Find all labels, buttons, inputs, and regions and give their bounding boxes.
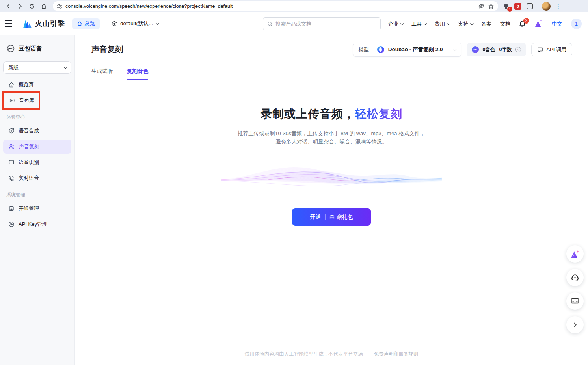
header-divider [104, 20, 104, 28]
voice-count: 0音色 [483, 47, 495, 53]
product-search[interactable] [263, 17, 381, 30]
link-docs[interactable]: 文档 [500, 20, 510, 28]
sidebar-item-api-key[interactable]: API Key管理 [3, 217, 71, 231]
asr-icon [8, 159, 15, 166]
sidebar-item-tts[interactable]: 语音合成 [3, 124, 71, 138]
model-label: 模型 [359, 46, 369, 53]
layers-icon [111, 20, 117, 27]
footer: 试用体验内容均由人工智能模型生成，不代表平台立场 免责声明和服务规则 [75, 351, 588, 358]
doubao-model-icon [377, 46, 384, 53]
search-icon [267, 21, 273, 27]
ai-volcano-icon [570, 250, 580, 258]
volcengine-logo[interactable]: 火山引擎 [22, 19, 65, 28]
extension-icon[interactable]: 1 [502, 2, 510, 10]
voice-clone-icon [8, 143, 15, 150]
site-info-icon[interactable] [57, 4, 62, 9]
bookmark-star-icon[interactable] [488, 3, 494, 9]
doubao-voice-icon [6, 44, 15, 53]
home-icon[interactable] [38, 1, 50, 11]
tab-divider [75, 83, 588, 83]
console-header: 火山引擎 总览 default(默认... 企业 工具 费用 支持 备案 文档 … [0, 12, 588, 35]
chevron-right-icon [572, 322, 578, 328]
extension-badge: 1 [507, 7, 512, 12]
tts-icon [8, 128, 15, 134]
model-value: Doubao - 声音复刻 2.0 [388, 46, 443, 53]
activation-icon [8, 205, 15, 212]
gift-icon [329, 214, 335, 220]
hero-description: 推荐上传或录制10-30s音频，上传支持小于 8M 的 wav、mp3、m4a … [75, 129, 588, 146]
tab-clone-voice[interactable]: 复刻音色 [127, 68, 148, 80]
forward-icon[interactable] [14, 1, 26, 11]
sidebar-group-experience: 体验中心 [0, 109, 74, 122]
eye-off-icon[interactable] [478, 3, 485, 9]
browser-profile-avatar[interactable] [542, 2, 551, 11]
user-avatar[interactable]: 1 [571, 19, 582, 29]
address-bar[interactable]: console.volcengine.com/speech/new/experi… [53, 1, 498, 11]
hero-accent-text: 轻松复刻 [355, 108, 402, 120]
sidebar-item-realtime-voice[interactable]: 实时语音 [3, 171, 71, 185]
quota-stats[interactable]: 0音色 0字数 ? [467, 43, 527, 56]
ai-assistant-float-button[interactable] [566, 245, 584, 263]
collapse-panel-button[interactable] [566, 316, 584, 333]
menu-support[interactable]: 支持 [458, 20, 473, 28]
documentation-button[interactable] [566, 292, 584, 310]
activate-label: 开通 [310, 214, 321, 221]
refresh-icon[interactable] [26, 1, 38, 11]
customer-service-button[interactable] [566, 269, 584, 286]
adblock-icon[interactable]: 0 [514, 2, 522, 10]
url-text: console.volcengine.com/speech/new/experi… [65, 4, 475, 9]
activate-button[interactable]: 开通 赠礼包 [292, 208, 371, 226]
headset-icon [571, 273, 579, 282]
notification-badge: 2 [523, 18, 529, 24]
chevron-down-icon [453, 47, 456, 50]
home-icon [8, 82, 15, 88]
main-content: 声音复刻 模型 Doubao - 声音复刻 2.0 0音色 0字数 ? API … [75, 35, 588, 365]
page-title: 声音复刻 [91, 44, 123, 55]
browser-menu-icon[interactable]: ⋮ [555, 3, 561, 10]
menu-enterprise[interactable]: 企业 [388, 20, 403, 28]
toolbar-divider [538, 3, 538, 9]
ai-assistant-icon[interactable] [534, 19, 543, 29]
overview-button[interactable]: 总览 [72, 18, 100, 29]
api-call-button[interactable]: API 调用 [531, 43, 572, 56]
sidebar-item-activation[interactable]: 开通管理 [3, 201, 71, 216]
tab-generate-audition[interactable]: 生成试听 [91, 68, 113, 80]
hero-title: 录制或上传音频，轻松复刻 [75, 106, 588, 122]
sidebar-item-overview[interactable]: 概览页 [3, 78, 71, 92]
footer-terms-link[interactable]: 免责声明和服务规则 [374, 351, 419, 358]
book-icon [571, 297, 579, 305]
project-selector[interactable]: default(默认... [111, 20, 158, 27]
search-input[interactable] [275, 21, 376, 27]
menu-tools[interactable]: 工具 [411, 20, 426, 28]
sidebar-item-asr[interactable]: 语音识别 [3, 155, 71, 169]
chevron-down-icon [156, 21, 159, 24]
version-selector[interactable]: 新版 [3, 61, 71, 74]
volcano-logo-icon [22, 19, 32, 28]
notification-bell-icon[interactable]: 2 [519, 20, 526, 28]
link-beian[interactable]: 备案 [481, 20, 491, 28]
chevron-down-icon [64, 65, 67, 69]
waveform-graphic [221, 158, 442, 197]
extensions-puzzle-icon[interactable] [526, 2, 534, 10]
char-count: 0字数 [499, 47, 512, 53]
model-selector[interactable]: 模型 Doubao - 声音复刻 2.0 [353, 43, 461, 57]
gift-label: 赠礼包 [337, 214, 353, 221]
back-icon[interactable] [2, 1, 14, 11]
api-chat-icon [537, 47, 543, 52]
quota-wave-icon [472, 46, 479, 53]
overview-home-icon [77, 21, 82, 26]
sidebar-item-voice-library[interactable]: 音色库 [3, 93, 71, 108]
browser-toolbar: console.volcengine.com/speech/new/experi… [0, 0, 588, 12]
sidebar: 豆包语音 新版 概览页 音色库 体验中心 语音合成 声音复刻 语音识别 实时语音… [0, 35, 75, 365]
realtime-voice-icon [8, 175, 15, 181]
help-icon[interactable]: ? [515, 47, 521, 52]
menu-billing[interactable]: 费用 [435, 20, 449, 28]
sidebar-group-system: 系统管理 [0, 187, 74, 200]
sidebar-item-voice-clone[interactable]: 声音复刻 [3, 140, 71, 154]
language-switch[interactable]: 中文 [552, 20, 562, 28]
product-header[interactable]: 豆包语音 [0, 35, 74, 53]
brand-name: 火山引擎 [35, 19, 65, 28]
footer-disclaimer: 试用体验内容均由人工智能模型生成，不代表平台立场 [245, 351, 363, 358]
tab-bar: 生成试听 复刻音色 [91, 68, 148, 80]
hamburger-menu-icon[interactable] [3, 18, 14, 29]
